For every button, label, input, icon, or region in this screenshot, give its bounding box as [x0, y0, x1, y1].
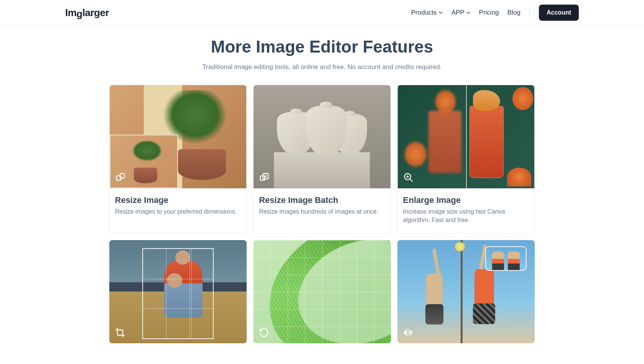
feature-card-rotate[interactable] [253, 240, 391, 343]
card-thumbnail [397, 240, 535, 343]
features-grid: Resize Image Resize images to your prefe… [109, 85, 535, 343]
page-title: More Image Editor Features [0, 37, 644, 56]
hero-section: More Image Editor Features Traditional i… [0, 37, 644, 71]
card-thumbnail [253, 240, 391, 343]
account-button[interactable]: Account [539, 5, 579, 21]
flip-icon [403, 327, 413, 338]
card-description: Resize images to your preferred dimensio… [115, 208, 241, 216]
card-title: Resize Image [115, 195, 241, 205]
crop-icon [115, 327, 125, 338]
card-thumbnail [109, 240, 247, 343]
nav-blog[interactable]: Blog [507, 9, 520, 16]
card-description: Resize images hundreds of images at once… [259, 208, 385, 216]
card-body: Resize Image Batch Resize images hundred… [254, 188, 390, 227]
card-title: Enlarge Image [403, 195, 529, 205]
svg-line-5 [410, 179, 412, 182]
nav-app[interactable]: APP [451, 9, 471, 16]
feature-card-crop[interactable] [109, 240, 247, 343]
card-description: Increase image size using fast Canva alg… [403, 208, 529, 225]
feature-card-resize-image[interactable]: Resize Image Resize images to your prefe… [109, 85, 247, 234]
nav-app-label: APP [451, 9, 464, 16]
picture-in-picture-preview [485, 246, 527, 271]
card-thumbnail [254, 85, 390, 188]
rotate-icon [259, 327, 269, 338]
card-body: Enlarge Image Increase image size using … [398, 188, 535, 233]
nav-products-label: Products [411, 9, 437, 16]
chevron-down-icon [466, 10, 471, 15]
feature-card-resize-batch[interactable]: Resize Image Batch Resize images hundred… [253, 85, 391, 234]
site-header: Imglarger Products APP Pricing Blog | Ac… [0, 0, 644, 26]
nav-products[interactable]: Products [411, 9, 443, 16]
card-thumbnail [398, 85, 535, 188]
card-body: Resize Image Resize images to your prefe… [110, 188, 247, 227]
resize-icon [115, 172, 126, 183]
feature-card-flip[interactable] [397, 240, 535, 343]
nav-pricing[interactable]: Pricing [479, 9, 499, 16]
brand-logo[interactable]: Imglarger [65, 7, 109, 19]
card-thumbnail [110, 85, 247, 188]
page-subtitle: Traditional image editing tools, all onl… [0, 63, 644, 71]
zoom-in-icon [403, 172, 414, 183]
main-nav: Products APP Pricing Blog | Account [411, 5, 579, 21]
chevron-down-icon [438, 10, 443, 15]
feature-card-enlarge-image[interactable]: Enlarge Image Increase image size using … [397, 85, 535, 234]
resize-batch-icon [259, 172, 270, 183]
nav-divider: | [529, 9, 530, 16]
card-title: Resize Image Batch [259, 195, 385, 205]
